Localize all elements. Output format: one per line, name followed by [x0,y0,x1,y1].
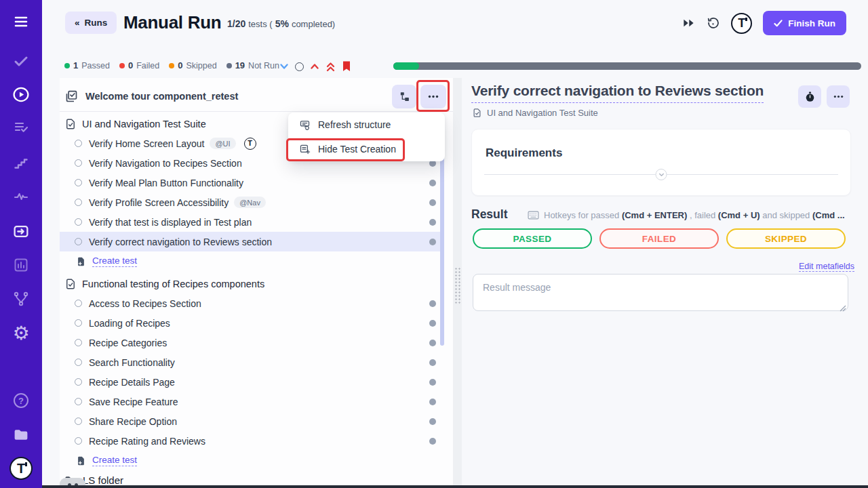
hotkeys-text: Hotkeys for passed [544,210,622,220]
projects-folder-icon[interactable] [12,426,31,443]
test-row[interactable]: Verify that test is displayed in Test pl… [60,212,444,232]
testomat-logo-header[interactable]: T [731,13,752,34]
logo-letter: T [738,17,745,29]
passed-count: 1 [73,60,78,70]
test-plans-icon[interactable] [13,119,30,136]
edit-metafields-link[interactable]: Edit metafields [799,262,854,272]
tree-actions-menu: Refresh structure Hide Test Creation [288,113,445,161]
run-progress-bar [393,62,861,70]
not-run-dot [429,418,436,425]
check-icon [774,20,783,27]
menu-item-refresh-structure[interactable]: Refresh structure [288,113,445,137]
hotkeys-text: , failed [687,210,718,220]
finish-run-button[interactable]: Finish Run [763,11,846,35]
run-play-icon[interactable] [12,86,31,103]
skipped-button[interactable]: SKIPPED [726,228,846,249]
suite-row[interactable]: Functional testing of Recipes components [60,274,444,293]
test-row[interactable]: Search Functionality [60,352,444,372]
splitter-grip-icon[interactable] [454,267,461,304]
test-row[interactable]: Access to Recipes Section [60,293,444,313]
file-check-icon [64,118,77,130]
expand-requirements-button[interactable] [656,169,667,180]
testomat-test-icon: T [244,138,256,150]
passed-button[interactable]: PASSED [473,228,592,249]
test-row[interactable]: Loading of Recipes [60,313,444,333]
detail-more-actions-button[interactable] [827,85,850,108]
priority-critical-chevrons-up-icon[interactable] [326,62,336,72]
create-test-row[interactable]: Create test [60,251,444,271]
menu-icon[interactable] [12,14,30,30]
create-test-link[interactable]: Create test [92,256,137,267]
not-run-dot [429,399,436,405]
test-status-circle-icon [75,199,82,206]
priority-low-chevron-down-icon[interactable] [279,62,289,70]
branches-icon[interactable] [13,291,30,307]
test-row[interactable]: Share Recipe Option [60,411,444,431]
milestones-icon[interactable] [13,155,30,171]
test-row[interactable]: Recipe Categories [60,333,444,352]
passed-dot-icon [64,63,70,68]
test-label: Verify Profile Screen Accessibility [89,197,229,208]
test-row[interactable]: Recipe Details Page [60,372,444,392]
test-row[interactable]: Save Recipe Feature [60,392,444,411]
create-test-link[interactable]: Create test [92,455,137,466]
run-progress-fill [393,62,419,70]
skipped-dot-icon [169,63,174,68]
test-row[interactable]: Verify Meal Plan Button Functionality [60,173,444,192]
test-label: Recipe Details Page [89,377,175,388]
test-label: Verify that test is displayed in Test pl… [89,217,252,228]
settings-gear-icon[interactable]: ⚙ [12,324,29,343]
test-detail-title[interactable]: Verify correct navigation to Reviews sec… [471,83,764,103]
tests-label: tests ( [248,19,272,29]
priority-high-chevron-up-icon[interactable] [310,62,319,70]
test-status-circle-icon [75,140,82,147]
suite-label: UI and Navigation Test Suite [82,119,206,129]
test-label: Loading of Recipes [89,318,170,329]
back-to-runs-button[interactable]: « Runs [65,12,117,34]
bottom-edge-bar [42,485,868,488]
priority-normal-circle-icon[interactable] [295,62,304,71]
tests-count: 1/20 [227,18,245,29]
fast-forward-icon[interactable] [682,18,695,28]
test-label: Share Recipe Option [89,416,177,427]
test-status-circle-icon [75,359,82,366]
check-icon[interactable] [12,53,30,69]
file-plus-icon [76,455,86,466]
create-test-row[interactable]: Create test [60,451,444,470]
test-row-selected[interactable]: Verify correct navigation to Reviews sec… [60,232,444,251]
test-status-circle-icon [75,339,82,346]
testomat-logo[interactable]: T [9,457,33,480]
tree-more-actions-button[interactable] [420,85,446,108]
test-status-circle-icon [75,398,82,405]
test-status-circle-icon [75,319,82,327]
detail-suite-breadcrumb[interactable]: UI and Navigation Test Suite [472,108,598,118]
import-icon[interactable] [12,223,31,240]
panel-splitter[interactable] [453,78,462,485]
priority-bookmark-icon[interactable] [342,61,351,72]
analytics-icon[interactable] [13,257,30,273]
notrun-label: Not Run [248,61,279,70]
not-run-dot [429,180,436,186]
hide-test-creation-icon [299,144,311,155]
test-row[interactable]: Recipe Rating and Reviews [60,431,444,451]
not-run-dot [429,320,436,327]
failed-button[interactable]: FAILED [599,228,719,249]
hierarchy-icon [399,91,410,102]
test-status-circle-icon [75,159,82,167]
menu-item-hide-test-creation[interactable]: Hide Test Creation [288,137,445,161]
help-icon[interactable]: ? [14,393,28,408]
failed-label: Failed [136,61,159,70]
not-run-dot [429,379,436,386]
hotkeys-text: and skipped [760,210,812,220]
test-row[interactable]: Verify Profile Screen Accessibility @Nav [60,192,444,212]
pulse-icon[interactable] [12,188,30,205]
timer-button[interactable] [798,85,821,108]
test-status-circle-icon [75,418,82,425]
result-message-input[interactable] [473,274,848,311]
file-check-icon [472,108,482,118]
retry-timer-icon[interactable] [706,16,720,30]
test-status-circle-icon [75,300,82,307]
run-root-row[interactable]: Welcome tour component_retest [60,81,453,111]
test-label: Save Recipe Feature [89,396,178,407]
structure-view-button[interactable] [392,85,416,108]
